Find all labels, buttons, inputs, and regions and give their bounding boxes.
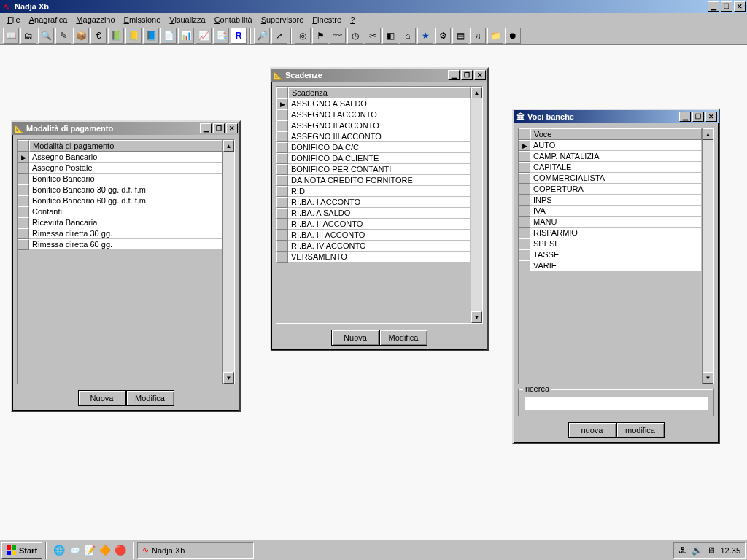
app-minimize-button[interactable]: [708, 1, 719, 12]
music-icon[interactable]: ♫: [470, 28, 486, 44]
menu-anagrafica[interactable]: Anagrafica: [25, 15, 72, 25]
scadenze-edit-button[interactable]: Modifica: [379, 330, 427, 346]
cell[interactable]: Rimessa diretta 60 gg.: [29, 239, 222, 250]
table-row[interactable]: IVA: [519, 206, 702, 217]
folder-icon[interactable]: 📁: [487, 28, 503, 44]
tray-volume-icon[interactable]: 🔊: [692, 545, 703, 556]
window-pagamento-titlebar[interactable]: 📐 Modalità di pagamento: [12, 122, 239, 135]
cell[interactable]: COMMERCIALISTA: [530, 173, 702, 184]
table-row[interactable]: ASSEGNO I ACCONTO: [276, 109, 471, 120]
tray-display-icon[interactable]: 🖥: [707, 545, 716, 556]
table-row[interactable]: RI.BA. A SALDO: [276, 208, 471, 219]
scadenze-scrollbar[interactable]: ▲ ▼: [471, 87, 482, 323]
window-voci-banche[interactable]: 🏛 Voci banche Voce ▶AUTOCAMP. NATALIZIAC…: [512, 109, 720, 444]
table-row[interactable]: Bonifico Bancario 30 gg. d.f. f.m.: [18, 184, 222, 195]
window-voci-max-button[interactable]: [692, 112, 704, 122]
table-row[interactable]: ASSEGNO II ACCONTO: [276, 120, 471, 131]
row-selector[interactable]: [18, 228, 29, 239]
scadenze-grid[interactable]: Scadenza ▶ASSEGNO A SALDOASSEGNO I ACCON…: [276, 86, 483, 324]
app-restore-button[interactable]: [721, 1, 732, 12]
row-selector[interactable]: [276, 219, 288, 230]
voci-edit-button[interactable]: modifica: [616, 422, 665, 438]
cell[interactable]: Bonifico Bancario: [29, 174, 222, 184]
cell[interactable]: BONIFICO DA C/C: [288, 142, 471, 153]
table-row[interactable]: MANU: [519, 217, 702, 228]
pie-wave-icon[interactable]: ◷: [347, 28, 363, 44]
window-scadenze-max-button[interactable]: [461, 70, 473, 80]
tray-clock[interactable]: 12.35: [720, 546, 740, 555]
pagamento-col-header[interactable]: Modalità di pagamento: [29, 140, 222, 152]
doc-grey-icon[interactable]: ▤: [452, 28, 468, 44]
package-icon[interactable]: 📦: [73, 28, 89, 44]
scroll-up-icon[interactable]: ▲: [703, 128, 713, 140]
row-selector[interactable]: [519, 173, 530, 184]
table-row[interactable]: CAPITALE: [519, 162, 702, 173]
window-pagamento[interactable]: 📐 Modalità di pagamento Modalità di paga…: [11, 120, 241, 412]
table-row[interactable]: ASSEGNO III ACCONTO: [276, 131, 471, 142]
bars-icon[interactable]: 📊: [178, 28, 194, 44]
outlook-icon[interactable]: 📨: [68, 544, 81, 557]
table-row[interactable]: Rimessa diretta 60 gg.: [18, 239, 222, 250]
table-row[interactable]: Rimessa diretta 30 gg.: [18, 228, 222, 239]
voci-scrollbar[interactable]: ▲ ▼: [702, 128, 713, 384]
row-selector[interactable]: [519, 260, 530, 271]
window-pagamento-min-button[interactable]: [200, 123, 212, 133]
voci-new-button[interactable]: nuova: [568, 422, 616, 438]
cell[interactable]: Ricevuta Bancaria: [29, 217, 222, 228]
voci-col-header[interactable]: Voce: [530, 128, 702, 140]
cell[interactable]: Bonifico Bancario 30 gg. d.f. f.m.: [29, 184, 222, 195]
cell[interactable]: DA NOTA CREDITO FORNITORE: [288, 175, 471, 186]
cell[interactable]: RI.BA. II ACCONTO: [288, 219, 471, 230]
table-row[interactable]: RI.BA. II ACCONTO: [276, 219, 471, 230]
window-scadenze-titlebar[interactable]: 📐 Scadenze: [271, 69, 487, 82]
cell[interactable]: ASSEGNO A SALDO: [288, 98, 471, 109]
row-selector[interactable]: [18, 217, 29, 228]
table-row[interactable]: R.D.: [276, 186, 471, 197]
cell[interactable]: RI.BA. III ACCONTO: [288, 230, 471, 241]
cell[interactable]: ASSEGNO III ACCONTO: [288, 131, 471, 142]
row-selector[interactable]: [519, 184, 530, 195]
table-row[interactable]: VERSAMENTO: [276, 252, 471, 262]
cell[interactable]: VARIE: [530, 260, 702, 271]
system-tray[interactable]: 🖧 🔊 🖥 12.35: [673, 542, 746, 559]
scroll-down-icon[interactable]: ▼: [223, 372, 234, 384]
cell[interactable]: AUTO: [530, 140, 702, 151]
cell[interactable]: ASSEGNO II ACCONTO: [288, 120, 471, 131]
table-row[interactable]: ▶ASSEGNO A SALDO: [276, 98, 471, 109]
table-row[interactable]: VARIE: [519, 260, 702, 271]
pagamento-edit-button[interactable]: Modifica: [126, 390, 174, 406]
note-blue-icon[interactable]: 📘: [143, 28, 159, 44]
desktop-icon[interactable]: 📝: [83, 544, 96, 557]
scroll-down-icon[interactable]: ▼: [471, 311, 482, 323]
cell[interactable]: Bonifico Bancario 60 gg. d.f. f.m.: [29, 195, 222, 206]
house-green-icon[interactable]: ⌂: [400, 28, 416, 44]
row-selector[interactable]: [276, 109, 288, 120]
cell[interactable]: RI.BA. I ACCONTO: [288, 197, 471, 208]
cell[interactable]: TASSE: [530, 249, 702, 260]
row-selector[interactable]: [18, 184, 29, 195]
table-row[interactable]: CAMP. NATALIZIA: [519, 151, 702, 162]
cell[interactable]: Contanti: [29, 206, 222, 217]
menu-magazzino[interactable]: Magazzino: [71, 15, 119, 25]
row-selector[interactable]: [276, 252, 288, 262]
menu-visualizza[interactable]: Visualizza: [165, 15, 209, 25]
cell[interactable]: CAPITALE: [530, 162, 702, 173]
scroll-down-icon[interactable]: ▼: [703, 372, 713, 384]
chart-icon[interactable]: 📈: [196, 28, 212, 44]
export-icon[interactable]: ↗: [271, 28, 287, 44]
euro-icon[interactable]: €: [90, 28, 107, 44]
table-row[interactable]: BONIFICO DA CLIENTE: [276, 153, 471, 164]
doc-blue-icon[interactable]: 📄: [160, 28, 177, 44]
table-row[interactable]: RI.BA. IV ACCONTO: [276, 241, 471, 252]
cell[interactable]: MANU: [530, 217, 702, 228]
row-selector[interactable]: ▶: [18, 152, 29, 163]
table-row[interactable]: ▶AUTO: [519, 140, 702, 151]
cell[interactable]: IVA: [530, 206, 702, 217]
target-icon[interactable]: ◎: [295, 28, 311, 44]
table-row[interactable]: Ricevuta Bancaria: [18, 217, 222, 228]
row-selector[interactable]: [18, 163, 29, 174]
window-voci-titlebar[interactable]: 🏛 Voci banche: [514, 110, 719, 123]
menu-finestre[interactable]: Finestre: [308, 15, 346, 25]
copy-icon[interactable]: 📑: [213, 28, 229, 44]
r-icon[interactable]: R: [231, 28, 247, 44]
